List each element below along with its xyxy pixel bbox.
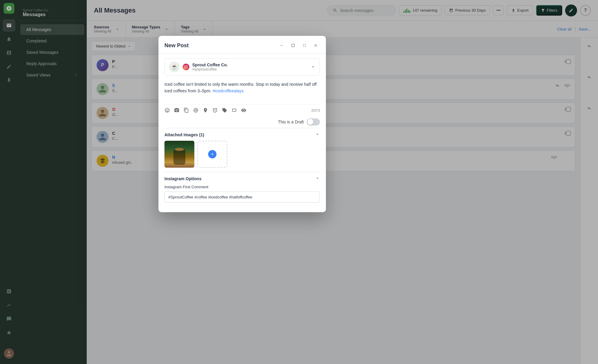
close-button[interactable] xyxy=(312,41,320,50)
preview-icon xyxy=(241,108,246,113)
instagram-options-section: Instagram Options xyxy=(164,172,320,185)
draft-toggle-row: This is a Draft xyxy=(164,116,320,128)
alarm-button[interactable] xyxy=(212,108,218,113)
modal-body: ☕ Sprout Coffee Co. mysproutcoffee Ice xyxy=(158,53,326,212)
tag-button[interactable] xyxy=(222,108,227,113)
ig-options-label: Instagram Options xyxy=(164,176,202,181)
modal-title: New Post xyxy=(164,42,189,49)
copy-button[interactable] xyxy=(184,108,189,113)
post-text-display: Iced coffee isn't limited to only the wa… xyxy=(164,81,320,102)
at-icon xyxy=(193,108,199,113)
new-post-modal: New Post xyxy=(158,36,326,212)
restore-icon xyxy=(291,43,295,48)
photo-icon xyxy=(174,108,179,113)
layout-icon xyxy=(231,108,237,113)
ig-first-comment-label: Instagram First Comment xyxy=(164,185,320,189)
chevron-up-icon xyxy=(315,132,320,137)
layout-button[interactable] xyxy=(231,108,237,113)
sprout-avatar: ☕ xyxy=(169,62,180,72)
toggle-knob xyxy=(307,119,313,125)
tag-icon xyxy=(222,108,227,113)
close-icon xyxy=(314,43,318,48)
photo-button[interactable] xyxy=(174,108,179,113)
location-button[interactable] xyxy=(203,108,208,113)
copy-icon xyxy=(184,108,189,113)
account-name-group: Sprout Coffee Co. mysproutcoffee xyxy=(192,62,228,71)
ig-chevron-up-icon xyxy=(315,176,320,181)
attached-images-label: Attached Images (1) xyxy=(164,132,204,137)
account-chevron-icon xyxy=(311,65,315,69)
preview-button[interactable] xyxy=(241,108,246,113)
modal-header-actions xyxy=(277,41,320,50)
at-button[interactable] xyxy=(193,108,199,113)
attached-images-section: Attached Images (1) xyxy=(164,128,320,141)
image-thumbnail[interactable] xyxy=(164,141,194,168)
add-icon xyxy=(208,150,216,158)
account-selector[interactable]: ☕ Sprout Coffee Co. mysproutcoffee xyxy=(164,58,320,76)
ig-first-comment-input[interactable] xyxy=(164,192,320,203)
draft-toggle[interactable] xyxy=(307,118,320,126)
ig-options-chevron[interactable] xyxy=(315,176,320,182)
account-name: Sprout Coffee Co. xyxy=(192,62,228,67)
draft-label: This is a Draft xyxy=(278,120,304,124)
instagram-options-body: Instagram First Comment xyxy=(164,185,320,207)
attached-images-chevron[interactable] xyxy=(315,132,320,138)
fullscreen-button[interactable] xyxy=(300,41,309,50)
emoji-button[interactable] xyxy=(164,108,170,113)
post-text-area: Iced coffee isn't limited to only the wa… xyxy=(164,80,320,104)
minimize-icon xyxy=(280,43,284,48)
restore-button[interactable] xyxy=(289,41,297,50)
plus-icon xyxy=(210,152,214,156)
char-count: 2073 xyxy=(311,108,320,113)
post-hashtag: #icedcoffeealays xyxy=(213,88,244,93)
image-gallery xyxy=(164,141,320,172)
emoji-icon xyxy=(164,108,170,113)
modal-overlay: New Post xyxy=(0,0,598,364)
location-icon xyxy=(203,108,208,113)
add-image-button[interactable] xyxy=(197,141,227,168)
account-avatar-wrapper: ☕ xyxy=(169,62,180,72)
instagram-icon xyxy=(183,64,189,70)
account-handle: mysproutcoffee xyxy=(192,67,228,71)
composer-toolbar: 2073 xyxy=(164,104,320,116)
account-info: ☕ Sprout Coffee Co. mysproutcoffee xyxy=(169,62,228,72)
minimize-button[interactable] xyxy=(277,41,286,50)
fullscreen-icon xyxy=(302,43,306,48)
alarm-icon xyxy=(212,108,218,113)
modal-header: New Post xyxy=(158,36,326,53)
